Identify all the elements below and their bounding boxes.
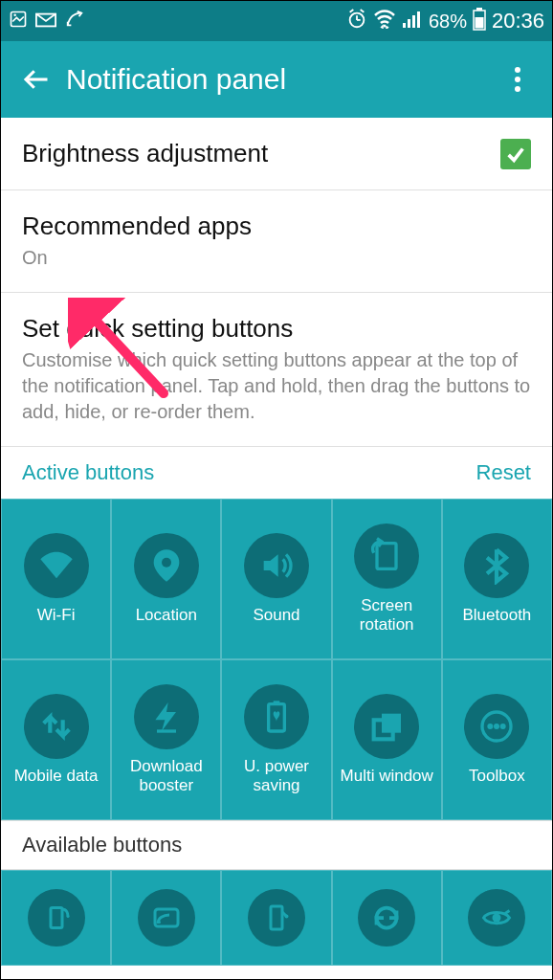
qs-sound[interactable]: Sound bbox=[221, 499, 331, 659]
qs-label: Toolbox bbox=[465, 767, 529, 786]
clock-time: 20:36 bbox=[492, 9, 544, 33]
download-booster-icon bbox=[134, 684, 199, 749]
sync-icon bbox=[358, 889, 415, 947]
section-label: Active buttons bbox=[22, 460, 154, 485]
reset-button[interactable]: Reset bbox=[476, 460, 531, 485]
active-buttons-header: Active buttons Reset bbox=[1, 446, 552, 499]
qs-label: Wi-Fi bbox=[33, 606, 79, 625]
brightness-adjustment-row[interactable]: Brightness adjustment bbox=[1, 118, 552, 190]
svg-point-17 bbox=[515, 67, 520, 73]
screen-root: 68% 20:36 Notification panel Brightness … bbox=[0, 0, 553, 980]
svg-point-33 bbox=[66, 915, 69, 918]
qs-u-power-saving[interactable]: U. power saving bbox=[221, 659, 331, 820]
qs-available-nfc[interactable] bbox=[221, 870, 331, 966]
qs-multi-window[interactable]: Multi window bbox=[332, 659, 442, 820]
battery-icon bbox=[473, 8, 486, 35]
svg-point-1 bbox=[13, 13, 16, 16]
toolbox-icon bbox=[464, 694, 529, 759]
row-title: Set quick setting buttons bbox=[22, 314, 531, 344]
qs-label: Screen rotation bbox=[333, 596, 441, 634]
overflow-menu-button[interactable] bbox=[498, 60, 537, 99]
qs-label: Multi window bbox=[337, 767, 437, 786]
section-label: Available buttons bbox=[22, 833, 182, 857]
svg-point-18 bbox=[515, 77, 520, 82]
svg-rect-15 bbox=[475, 17, 483, 29]
qs-label: U. power saving bbox=[222, 757, 330, 794]
svg-rect-36 bbox=[271, 906, 282, 929]
alarm-icon bbox=[346, 9, 367, 34]
qs-available-screen-mirroring[interactable] bbox=[111, 870, 221, 966]
svg-point-35 bbox=[158, 921, 161, 924]
app-bar: Notification panel bbox=[1, 41, 552, 118]
svg-rect-34 bbox=[155, 909, 178, 926]
row-title: Recommended apps bbox=[22, 212, 531, 241]
qs-available-smart-stay[interactable] bbox=[442, 870, 552, 966]
svg-point-19 bbox=[515, 86, 520, 92]
multi-window-icon bbox=[354, 694, 419, 759]
sound-icon bbox=[244, 533, 309, 598]
back-button[interactable] bbox=[16, 60, 55, 99]
svg-point-8 bbox=[383, 24, 386, 27]
qs-download-booster[interactable]: Download booster bbox=[111, 659, 221, 820]
qs-toolbox[interactable]: Toolbox bbox=[442, 659, 552, 820]
available-buttons-grid bbox=[1, 870, 552, 966]
row-title: Brightness adjustment bbox=[22, 139, 531, 168]
svg-point-37 bbox=[285, 915, 289, 919]
svg-point-31 bbox=[500, 724, 506, 729]
location-icon bbox=[134, 533, 199, 598]
recommended-apps-row[interactable]: Recommended apps On bbox=[1, 190, 552, 293]
row-subtitle: On bbox=[22, 245, 531, 271]
svg-line-7 bbox=[361, 9, 365, 11]
wifi-status-icon bbox=[373, 10, 396, 33]
mirroring-icon bbox=[138, 889, 195, 947]
qs-label: Download booster bbox=[112, 757, 220, 794]
svg-point-29 bbox=[488, 724, 494, 729]
qs-available-hotspot[interactable] bbox=[1, 870, 111, 966]
mobile-data-icon bbox=[24, 694, 89, 759]
available-buttons-header: Available buttons bbox=[1, 820, 552, 870]
svg-rect-32 bbox=[51, 908, 62, 928]
screenshot-icon bbox=[9, 10, 28, 33]
qs-label: Mobile data bbox=[11, 767, 102, 786]
swipe-icon bbox=[64, 10, 85, 33]
svg-rect-9 bbox=[403, 23, 406, 28]
svg-rect-25 bbox=[274, 702, 280, 704]
active-buttons-grid: Wi-Fi Location Sound Screen rotation Blu… bbox=[1, 499, 552, 820]
bluetooth-icon bbox=[464, 533, 529, 598]
brightness-checkbox[interactable] bbox=[500, 139, 531, 169]
svg-line-6 bbox=[350, 9, 354, 11]
wifi-icon bbox=[24, 533, 89, 598]
qs-location[interactable]: Location bbox=[111, 499, 221, 659]
svg-rect-14 bbox=[476, 8, 482, 11]
svg-rect-27 bbox=[382, 714, 401, 733]
smart-stay-icon bbox=[468, 889, 525, 947]
nfc-icon bbox=[248, 889, 305, 947]
qs-label: Bluetooth bbox=[458, 606, 535, 625]
svg-point-20 bbox=[162, 558, 171, 568]
set-quick-setting-buttons-row: Set quick setting buttons Customise whic… bbox=[1, 293, 552, 446]
qs-bluetooth[interactable]: Bluetooth bbox=[442, 499, 552, 659]
battery-pct: 68% bbox=[429, 11, 467, 33]
qs-mobile-data[interactable]: Mobile data bbox=[1, 659, 111, 820]
power-saving-icon bbox=[244, 684, 309, 749]
page-title: Notification panel bbox=[66, 63, 286, 96]
qs-screen-rotation[interactable]: Screen rotation bbox=[332, 499, 442, 659]
signal-icon bbox=[402, 10, 423, 33]
svg-point-38 bbox=[493, 914, 501, 923]
mail-icon bbox=[35, 11, 56, 33]
svg-point-30 bbox=[494, 724, 499, 729]
qs-label: Sound bbox=[249, 606, 303, 625]
hotspot-icon bbox=[28, 889, 85, 947]
svg-rect-10 bbox=[408, 19, 410, 28]
qs-wifi[interactable]: Wi-Fi bbox=[1, 499, 111, 659]
rotation-icon bbox=[354, 523, 419, 589]
status-bar: 68% 20:36 bbox=[1, 1, 552, 41]
svg-rect-11 bbox=[412, 15, 415, 28]
qs-available-sync[interactable] bbox=[332, 870, 442, 966]
row-subtitle: Customise which quick setting buttons ap… bbox=[22, 347, 531, 425]
qs-label: Location bbox=[132, 606, 201, 625]
svg-rect-12 bbox=[417, 11, 420, 28]
svg-marker-22 bbox=[155, 702, 176, 731]
